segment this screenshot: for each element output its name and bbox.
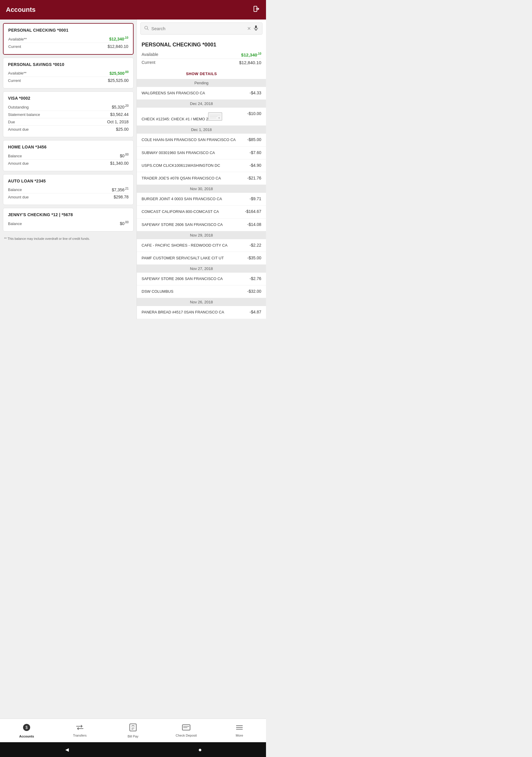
transaction-row[interactable]: USPS.COM CLICK100611WASHINGTON DC -$4.90 bbox=[137, 159, 266, 172]
transaction-row[interactable]: PAMF CUSTOMER SERVICSALT LAKE CIT UT -$3… bbox=[137, 252, 266, 265]
account-card-title: JENNY'S CHECKING *12 | *5678 bbox=[8, 212, 129, 217]
transaction-name: PAMF CUSTOMER SERVICSALT LAKE CIT UT bbox=[142, 256, 248, 261]
account-card-title: HOME LOAN *3456 bbox=[8, 145, 129, 149]
account-row-label: Balance bbox=[8, 188, 22, 192]
account-card-title: VISA *0002 bbox=[8, 96, 129, 101]
account-row: Available** $12,340.10 bbox=[8, 35, 128, 43]
transaction-row[interactable]: SUBWAY 00301960 SAN FRANCISCO CA -$7.60 bbox=[137, 147, 266, 159]
transaction-row[interactable]: TRADER JOE'S #078 QSAN FRANCISCO CA -$21… bbox=[137, 172, 266, 185]
microphone-icon[interactable] bbox=[253, 25, 259, 32]
section-header: Nov 27, 2018 bbox=[137, 265, 266, 273]
transaction-amount: -$164.67 bbox=[245, 209, 261, 214]
transaction-name: COMCAST CALIFORNIA 800-COMCAST CA bbox=[142, 209, 245, 214]
transaction-name: PANERA BREAD #4517 0SAN FRANCISCO CA bbox=[142, 310, 250, 315]
detail-account-header: PERSONAL CHECKING *0001 Available $12,34… bbox=[137, 38, 266, 69]
show-details-button[interactable]: SHOW DETAILS bbox=[137, 69, 266, 79]
transaction-name: USPS.COM CLICK100611WASHINGTON DC bbox=[142, 163, 250, 168]
transaction-row[interactable]: Check #12345: Check #1 / Memo 2 $ -$10.0… bbox=[137, 107, 266, 126]
account-row-label: Current bbox=[8, 45, 21, 49]
account-row: Balance $0.00 bbox=[8, 152, 129, 160]
transaction-amount: -$85.00 bbox=[248, 137, 261, 142]
account-row-label: Balance bbox=[8, 222, 22, 226]
svg-rect-4 bbox=[255, 25, 257, 28]
transaction-amount: -$2.76 bbox=[250, 276, 261, 281]
transaction-row[interactable]: COMCAST CALIFORNIA 800-COMCAST CA -$164.… bbox=[137, 205, 266, 218]
transaction-name: SAFEWAY STORE 2606 SAN FRANCISCO CA bbox=[142, 276, 250, 282]
account-card-personal-savings[interactable]: PERSONAL SAVINGS *0010 Available** $25,5… bbox=[3, 58, 133, 89]
logout-icon[interactable] bbox=[253, 5, 260, 14]
account-row-label: Amount due bbox=[8, 127, 29, 132]
transaction-name: SAFEWAY STORE 2606 SAN FRANCISCO CA bbox=[142, 222, 248, 227]
section-header: Dec 24, 2018 bbox=[137, 100, 266, 107]
section-header: Nov 29, 2018 bbox=[137, 231, 266, 239]
section-header: Pending bbox=[137, 79, 266, 87]
account-row: Balance $0.00 bbox=[8, 219, 129, 227]
transaction-amount: -$4.90 bbox=[250, 163, 261, 168]
transaction-amount: -$4.33 bbox=[250, 90, 261, 95]
account-card-home-loan[interactable]: HOME LOAN *3456 Balance $0.00 Amount due… bbox=[3, 140, 133, 171]
account-card-title: PERSONAL CHECKING *0001 bbox=[8, 28, 128, 33]
account-row-label: Outstanding bbox=[8, 105, 29, 109]
transaction-amount: -$35.00 bbox=[248, 256, 261, 260]
search-clear-icon[interactable]: ✕ bbox=[247, 26, 251, 31]
transaction-row[interactable]: BURGER JOINT 4 0003 SAN FRANCISCO CA -$9… bbox=[137, 193, 266, 205]
transaction-name: TRADER JOE'S #078 QSAN FRANCISCO CA bbox=[142, 176, 248, 181]
account-row: Outstanding $5,320.20 bbox=[8, 103, 129, 111]
transaction-row[interactable]: SAFEWAY STORE 2606 SAN FRANCISCO CA -$14… bbox=[137, 219, 266, 231]
account-row-label: Available** bbox=[8, 71, 27, 76]
transaction-amount: -$4.87 bbox=[250, 310, 261, 314]
transaction-name: SUBWAY 00301960 SAN FRANCISCO CA bbox=[142, 150, 250, 156]
transaction-amount: -$9.71 bbox=[250, 197, 261, 201]
account-row: Amount due $298.78 bbox=[8, 194, 129, 200]
svg-text:$: $ bbox=[219, 116, 220, 119]
transaction-row[interactable]: COLE HAAN-SAN FRANCISCO SAN FRANCISCO CA… bbox=[137, 134, 266, 146]
transaction-amount: -$21.76 bbox=[248, 176, 261, 180]
transaction-row[interactable]: DSW COLUMBUS -$32.00 bbox=[137, 285, 266, 298]
detail-panel: ✕ PERSONAL CHECKING *0001 Available $12,… bbox=[136, 19, 266, 319]
transaction-amount: -$10.00 bbox=[248, 111, 261, 116]
transaction-row[interactable]: WALGREENS SAN FRANCISCO CA -$4.33 bbox=[137, 87, 266, 100]
account-card-auto-loan[interactable]: AUTO LOAN *2345 Balance $7,356.21 Amount… bbox=[3, 174, 133, 205]
transaction-row[interactable]: CAFE - PACIFIC SHORES - REDWOOD CITY CA … bbox=[137, 239, 266, 252]
detail-account-name: PERSONAL CHECKING *0001 bbox=[142, 42, 261, 48]
account-row: Current $25,525.00 bbox=[8, 77, 129, 84]
transaction-name: CAFE - PACIFIC SHORES - REDWOOD CITY CA bbox=[142, 243, 250, 248]
search-bar: ✕ bbox=[140, 22, 262, 35]
account-row-label: Due bbox=[8, 120, 15, 124]
svg-point-2 bbox=[145, 26, 148, 29]
footnote-text: ** This balance may include overdraft or… bbox=[3, 234, 133, 243]
search-input[interactable] bbox=[151, 26, 245, 31]
app-header: Accounts bbox=[0, 0, 266, 19]
search-icon bbox=[144, 26, 149, 32]
detail-current-row: Current $12,840.10 bbox=[142, 59, 261, 66]
transaction-row[interactable]: SAFEWAY STORE 2606 SAN FRANCISCO CA -$2.… bbox=[137, 273, 266, 285]
transaction-name: COLE HAAN-SAN FRANCISCO SAN FRANCISCO CA bbox=[142, 137, 248, 142]
transaction-row[interactable]: PANERA BREAD #4517 0SAN FRANCISCO CA -$4… bbox=[137, 306, 266, 319]
account-card-visa[interactable]: VISA *0002 Outstanding $5,320.20 Stateme… bbox=[3, 91, 133, 137]
transaction-name: BURGER JOINT 4 0003 SAN FRANCISCO CA bbox=[142, 197, 250, 202]
account-card-title: PERSONAL SAVINGS *0010 bbox=[8, 62, 129, 67]
detail-available-label: Available bbox=[142, 52, 159, 57]
account-row: Statement balance $3,562.44 bbox=[8, 111, 129, 118]
account-row: Balance $7,356.21 bbox=[8, 186, 129, 194]
detail-current-amount: $12,840.10 bbox=[239, 60, 261, 65]
transaction-amount: -$7.60 bbox=[250, 150, 261, 155]
check-thumbnail[interactable]: $ bbox=[208, 112, 222, 121]
detail-available-row: Available $12,340.10 bbox=[142, 51, 261, 59]
account-card-personal-checking[interactable]: PERSONAL CHECKING *0001 Available** $12,… bbox=[3, 23, 133, 55]
account-card-title: AUTO LOAN *2345 bbox=[8, 179, 129, 183]
account-row: Available** $25,500.00 bbox=[8, 69, 129, 77]
transaction-amount: -$32.00 bbox=[248, 289, 261, 294]
account-row: Due Oct 1, 2018 bbox=[8, 118, 129, 126]
detail-current-label: Current bbox=[142, 60, 156, 65]
account-row-label: Amount due bbox=[8, 161, 29, 166]
account-row: Current $12,840.10 bbox=[8, 43, 128, 50]
account-card-jenny-checking[interactable]: JENNY'S CHECKING *12 | *5678 Balance $0.… bbox=[3, 208, 133, 231]
transaction-amount: -$2.22 bbox=[250, 243, 261, 248]
account-row: Amount due $25.00 bbox=[8, 126, 129, 133]
section-header: Nov 30, 2018 bbox=[137, 185, 266, 193]
transaction-amount: -$14.08 bbox=[248, 222, 261, 227]
section-header: Nov 26, 2018 bbox=[137, 298, 266, 306]
transactions-list: PendingWALGREENS SAN FRANCISCO CA -$4.33… bbox=[137, 79, 266, 319]
section-header: Dec 1, 2018 bbox=[137, 126, 266, 134]
